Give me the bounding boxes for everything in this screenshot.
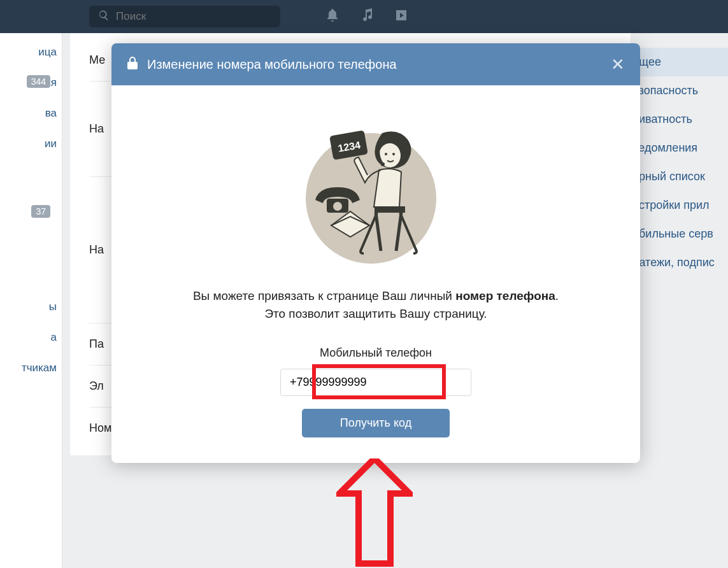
phone-input[interactable] [280, 369, 471, 396]
operator-illustration: 1234 [299, 117, 452, 270]
tab-payments[interactable]: латежи, подпис [626, 248, 728, 277]
phone-field-label: Мобильный телефон [137, 346, 615, 360]
get-code-button[interactable]: Получить код [302, 409, 450, 437]
modal-description-2: Это позволит защитить Вашу страницу. [137, 307, 615, 321]
setting-label: Эл [89, 380, 104, 393]
video-icon[interactable] [394, 8, 409, 25]
modal-description: Вы можете привязать к странице Ваш личны… [137, 289, 615, 303]
tab-security[interactable]: езопасность [626, 76, 728, 105]
search-input[interactable] [116, 10, 271, 23]
svg-point-4 [381, 162, 385, 166]
sidebar-item[interactable]: я 344 [0, 67, 62, 98]
tab-notifications[interactable]: ведомления [626, 134, 728, 162]
modal-body: 1234 [111, 85, 640, 463]
svg-point-3 [392, 153, 395, 155]
search-box[interactable] [89, 6, 280, 27]
change-phone-modal: Изменение номера мобильного телефона ✕ 1… [111, 43, 640, 463]
setting-label: Па [89, 337, 104, 351]
svg-point-2 [385, 153, 387, 155]
tab-blacklist[interactable]: ёрный список [626, 162, 728, 191]
setting-label: Ме [89, 53, 105, 67]
annotation-arrow [336, 458, 413, 567]
lock-icon [127, 57, 138, 72]
top-header [0, 0, 728, 33]
tab-app-settings[interactable]: астройки прил [626, 191, 728, 220]
modal-header: Изменение номера мобильного телефона ✕ [111, 43, 640, 85]
sidebar-item[interactable]: ица [0, 37, 62, 67]
sidebar-item[interactable]: 37 [0, 197, 62, 215]
sidebar-item[interactable]: ва [0, 98, 62, 129]
top-icons [325, 8, 409, 25]
left-sidebar: ица я 344 ва ии 37 ы а тчикам [0, 33, 62, 568]
svg-rect-5 [375, 206, 405, 213]
tab-mobile[interactable]: обильные серв [626, 220, 728, 248]
close-icon[interactable]: ✕ [611, 56, 625, 73]
sidebar-item[interactable]: тчикам [0, 353, 62, 383]
sidebar-item[interactable]: а [0, 322, 62, 353]
setting-label: На [89, 243, 104, 257]
music-icon[interactable] [359, 8, 375, 25]
tab-general[interactable]: бщее [626, 48, 728, 76]
sidebar-item[interactable]: ии [0, 129, 62, 159]
right-sidebar: бщее езопасность риватность ведомления ё… [626, 48, 728, 277]
tab-privacy[interactable]: риватность [626, 105, 728, 134]
setting-label: На [89, 122, 104, 136]
search-icon [98, 10, 110, 24]
badge: 344 [27, 75, 50, 88]
sidebar-item[interactable]: ы [0, 292, 62, 322]
modal-title: Изменение номера мобильного телефона [147, 57, 397, 72]
svg-point-7 [333, 202, 342, 211]
bell-icon[interactable] [325, 8, 340, 25]
